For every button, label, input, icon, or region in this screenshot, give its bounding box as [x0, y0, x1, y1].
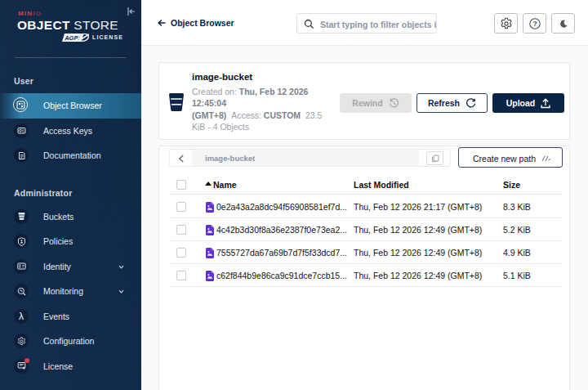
svg-text:?: ? — [532, 20, 537, 28]
